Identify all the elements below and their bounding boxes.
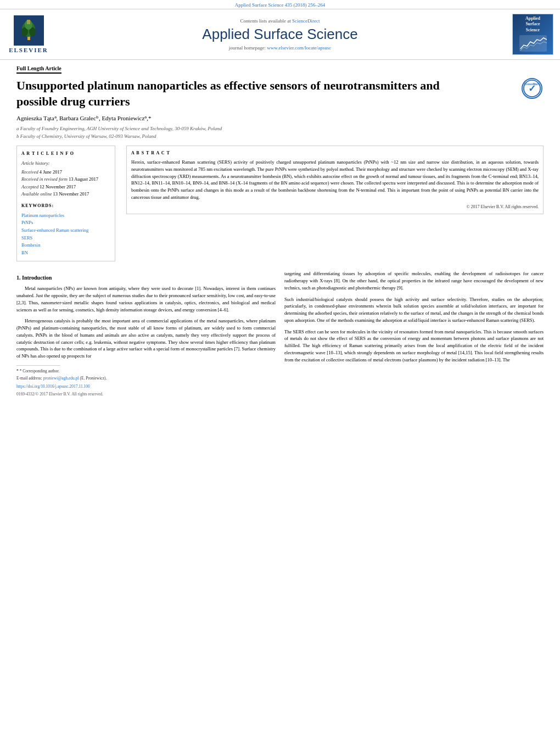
corresponding-footnote: * * Corresponding author. — [16, 368, 276, 374]
section1-heading: 1. Introduction — [16, 274, 276, 282]
keyword-2: PtNPs — [21, 219, 110, 227]
homepage-url[interactable]: www.elsevier.com/locate/apsusc — [267, 45, 331, 51]
affiliation-b: b Faculty of Chemistry, University of Wa… — [16, 133, 544, 141]
authors: Agnieszka Tątaᵃ, Barbara Gralecᵇ, Edyta … — [16, 115, 544, 122]
journal-logo-box: Applied Surface Science — [512, 14, 553, 55]
article-history: Article history: Received 4 June 2017 Re… — [21, 160, 110, 198]
keyword-5: Bombesin — [21, 242, 110, 249]
article-info-box: A R T I C L E I N F O Article history: R… — [16, 146, 115, 261]
accepted-row: Accepted 12 November 2017 — [21, 183, 110, 191]
body-paragraph-right-1: targeting and differentiating tissues by… — [284, 270, 544, 291]
doi-line: https://doi.org/10.1016/j.apsusc.2017.11… — [16, 383, 276, 389]
abstract-copyright: © 2017 Elsevier B.V. All rights reserved… — [131, 204, 539, 209]
journal-logo-text: Applied Surface Science — [525, 16, 540, 33]
online-label: Available online — [21, 191, 52, 197]
article-title: Unsupported platinum nanoparticles as ef… — [16, 78, 467, 109]
revised-label: Received in revised form — [21, 176, 68, 182]
keyword-4: SERS — [21, 235, 110, 242]
keyword-1: Platinum nanoparticles — [21, 212, 110, 220]
sciencedirect-link[interactable]: ScienceDirect — [292, 18, 320, 24]
crossmark-icon: ✓ CrossMark — [522, 78, 542, 99]
elsevier-label: ELSEVIER — [9, 47, 48, 53]
online-row: Available online 13 November 2017 — [21, 191, 110, 198]
article-info-title: A R T I C L E I N F O — [21, 150, 110, 158]
journal-ref-bar: Applied Surface Science 435 (2018) 256–2… — [0, 0, 560, 9]
doi-link[interactable]: https://doi.org/10.1016/j.apsusc.2017.11… — [16, 384, 90, 389]
contents-line: Contents lists available at ScienceDirec… — [56, 18, 504, 24]
affiliation-a: a Faculty of Foundry Engineering, AGH Un… — [16, 125, 544, 133]
article-info-abstract-row: A R T I C L E I N F O Article history: R… — [16, 146, 544, 261]
main-content: 1. Introduction Metal nanoparticles (NPs… — [16, 270, 544, 397]
body-paragraph-2: Heterogeneous catalysis is probably the … — [16, 317, 276, 360]
revised-row: Received in revised form 13 August 2017 — [21, 176, 110, 183]
article-info-column: A R T I C L E I N F O Article history: R… — [16, 146, 115, 261]
journal-header: ELSEVIER Contents lists available at Sci… — [0, 9, 560, 60]
online-date: 13 November 2017 — [53, 191, 89, 197]
history-label: Article history: — [21, 160, 110, 168]
body-right-column: targeting and differentiating tissues by… — [284, 270, 544, 397]
keyword-6: BN — [21, 249, 110, 257]
elsevier-tree-icon — [14, 15, 44, 46]
affiliations: a Faculty of Foundry Engineering, AGH Un… — [16, 125, 544, 140]
journal-main-title: Applied Surface Science — [56, 26, 504, 43]
body-left-column: 1. Introduction Metal nanoparticles (NPs… — [16, 270, 276, 397]
journal-ref: Applied Surface Science 435 (2018) 256–2… — [235, 2, 326, 8]
body-paragraph-right-2: Such industrial/biological catalysts sho… — [284, 296, 544, 324]
body-paragraph-right-3: The SERS effect can be seen for molecule… — [284, 328, 544, 364]
abstract-box: A B S T R A C T Herein, surface-enhanced… — [126, 146, 544, 214]
received-label: Received — [21, 169, 38, 175]
body-paragraph-1: Metal nanoparticles (NPs) are known from… — [16, 285, 276, 313]
received-date: 4 June 2017 — [40, 169, 62, 175]
accepted-label: Accepted — [21, 184, 38, 189]
email-footnote: E-mail address: proniewi@agh.edu.pl (E. … — [16, 375, 276, 381]
section1-title: Introduction — [22, 275, 52, 281]
received-row: Received 4 June 2017 — [21, 169, 110, 176]
svg-text:CrossMark: CrossMark — [524, 82, 540, 86]
journal-title-center: Contents lists available at ScienceDirec… — [56, 18, 504, 51]
section1-number: 1. — [16, 275, 21, 281]
keyword-3: Surface-enhanced Raman scattering — [21, 227, 110, 235]
svg-rect-6 — [27, 20, 30, 24]
email-link[interactable]: proniewi@agh.edu.pl — [43, 376, 79, 381]
copyright-line: 0169-4332/© 2017 Elsevier B.V. All right… — [16, 391, 276, 397]
keywords-section: Keywords: Platinum nanoparticles PtNPs S… — [21, 203, 110, 256]
footnote-divider — [16, 365, 60, 366]
article-type: Full Length Article — [16, 65, 61, 74]
revised-date: 13 August 2017 — [69, 176, 98, 182]
abstract-column: A B S T R A C T Herein, surface-enhanced… — [126, 146, 544, 261]
journal-homepage: journal homepage: www.elsevier.com/locat… — [56, 45, 504, 51]
crossmark-badge: ✓ CrossMark — [522, 78, 544, 100]
abstract-text: Herein, surface-enhanced Raman scatterin… — [131, 159, 539, 201]
journal-logo-right: Applied Surface Science — [509, 14, 553, 55]
article-body: Full Length Article Unsupported platinum… — [0, 60, 560, 403]
author-names: Agnieszka Tątaᵃ, Barbara Gralecᵇ, Edyta … — [16, 115, 152, 121]
accepted-date: 12 November 2017 — [40, 184, 76, 189]
elsevier-logo: ELSEVIER — [7, 15, 51, 53]
abstract-title: A B S T R A C T — [131, 150, 539, 155]
keywords-title: Keywords: — [21, 203, 110, 210]
